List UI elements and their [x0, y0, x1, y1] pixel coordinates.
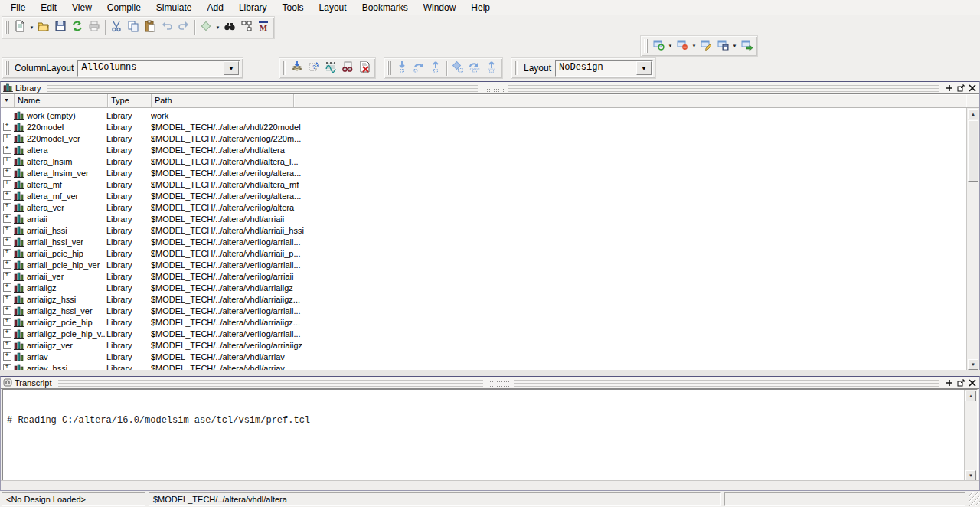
scroll-up-icon[interactable]: ▲	[968, 109, 978, 119]
simulate-button[interactable]	[322, 60, 339, 77]
table-row[interactable]: +arriaiigz_hssiLibrary$MODEL_TECH/../alt…	[1, 293, 979, 305]
remove-window-button[interactable]	[674, 38, 691, 54]
table-row[interactable]: +altera_mfLibrary$MODEL_TECH/../altera/v…	[1, 178, 979, 190]
table-row[interactable]: +arriaiigzLibrary$MODEL_TECH/../altera/v…	[1, 282, 979, 293]
expand-icon[interactable]: +	[3, 157, 11, 165]
menu-item-tools[interactable]: Tools	[275, 0, 312, 15]
continue-run-button[interactable]	[483, 60, 500, 77]
chevron-down-icon[interactable]: ▼	[224, 61, 239, 75]
print-button[interactable]	[86, 19, 103, 36]
menu-item-view[interactable]: View	[64, 0, 100, 15]
menu-item-compile[interactable]: Compile	[100, 0, 149, 15]
expand-icon[interactable]: +	[3, 341, 11, 349]
simulate-optimized-button[interactable]	[339, 60, 356, 77]
edit-layout-button[interactable]	[697, 38, 714, 54]
transcript-titlebar[interactable]: Transcript	[1, 377, 979, 389]
new-source-dropdown[interactable]: ▼	[28, 19, 35, 36]
expand-icon[interactable]: +	[3, 306, 11, 315]
layout-combobox[interactable]: NoDesign ▼	[555, 60, 653, 77]
table-row[interactable]: +arriaiigz_pcie_hip_v...Library$MODEL_TE…	[1, 328, 979, 339]
end-simulation-button[interactable]	[356, 60, 373, 77]
expand-icon[interactable]: +	[3, 249, 11, 257]
restore-layout-button[interactable]	[738, 38, 755, 54]
maximize-pane-button[interactable]	[944, 378, 954, 388]
save-layout-dropdown[interactable]: ▼	[731, 38, 738, 54]
expand-icon[interactable]: +	[3, 203, 11, 211]
library-vertical-scrollbar[interactable]: ▲ ▼	[966, 108, 979, 371]
paste-button[interactable]	[142, 19, 158, 36]
transcript-content[interactable]: # Reading C:/altera/16.0/modelsim_ase/tc…	[2, 389, 978, 482]
menu-item-edit[interactable]: Edit	[33, 0, 64, 15]
undo-button[interactable]	[158, 19, 175, 36]
open-button[interactable]	[35, 19, 52, 36]
table-row[interactable]: +220model_verLibrary$MODEL_TECH/../alter…	[1, 132, 979, 144]
restart-button[interactable]	[449, 60, 466, 77]
redo-button[interactable]	[175, 19, 192, 36]
step-into-button[interactable]	[394, 60, 410, 77]
table-row[interactable]: +arriaiigz_hssi_verLibrary$MODEL_TECH/..…	[1, 305, 979, 316]
scroll-up-icon[interactable]: ▲	[965, 391, 976, 401]
expand-icon[interactable]: +	[3, 237, 11, 246]
undock-pane-button[interactable]	[956, 378, 965, 388]
table-row[interactable]: +arriaiigz_pcie_hipLibrary$MODEL_TECH/..…	[1, 316, 979, 328]
expand-icon[interactable]: +	[3, 352, 11, 361]
compile-all-button[interactable]: ?	[305, 60, 322, 77]
toolbar-grip[interactable]	[5, 21, 9, 34]
expand-icon[interactable]: +	[3, 191, 11, 200]
table-row[interactable]: +arriaii_pcie_hipLibrary$MODEL_TECH/../a…	[1, 247, 979, 259]
expand-icon[interactable]: +	[3, 272, 11, 280]
table-row[interactable]: +arriaii_pcie_hip_verLibrary$MODEL_TECH/…	[1, 259, 979, 270]
save-layout-button[interactable]	[714, 38, 731, 54]
table-row[interactable]: +arriaii_hssi_verLibrary$MODEL_TECH/../a…	[1, 236, 979, 247]
menu-item-help[interactable]: Help	[463, 0, 498, 15]
menu-item-add[interactable]: Add	[200, 0, 231, 15]
table-row[interactable]: +arriaii_verLibrary$MODEL_TECH/../altera…	[1, 270, 979, 282]
find-button[interactable]	[221, 19, 238, 36]
table-row[interactable]: +altera_lnsimLibrary$MODEL_TECH/../alter…	[1, 155, 979, 167]
menu-item-file[interactable]: File	[3, 0, 33, 15]
toolbar-grip[interactable]	[387, 61, 391, 75]
compile-diamond-button[interactable]	[198, 19, 214, 36]
expand-icon[interactable]: +	[3, 123, 11, 131]
table-row[interactable]: +arriavLibrary$MODEL_TECH/../altera/vhdl…	[1, 351, 979, 362]
table-row[interactable]: work (empty)Librarywork	[1, 110, 979, 121]
menu-item-window[interactable]: Window	[416, 0, 464, 15]
zoom-windows-dropdown[interactable]: ▼	[667, 38, 674, 54]
step-out-button[interactable]	[427, 60, 444, 77]
chevron-down-icon[interactable]: ▼	[636, 61, 652, 75]
compile-diamond-dropdown[interactable]: ▼	[214, 19, 221, 36]
refresh-button[interactable]	[69, 19, 86, 36]
run-button[interactable]	[466, 60, 483, 77]
expand-icon[interactable]: +	[3, 283, 11, 292]
expand-icon[interactable]: +	[3, 134, 11, 142]
scrollbar-thumb[interactable]	[968, 120, 978, 182]
toolbar-grip[interactable]	[514, 61, 518, 75]
maximize-pane-button[interactable]	[944, 83, 954, 93]
resize-grip[interactable]	[969, 492, 980, 506]
toolbar-grip[interactable]	[644, 39, 648, 53]
panel-splitter[interactable]	[0, 370, 980, 376]
table-row[interactable]: +220modelLibrary$MODEL_TECH/../altera/vh…	[1, 121, 979, 132]
table-row[interactable]: +altera_verLibrary$MODEL_TECH/../altera/…	[1, 201, 979, 213]
close-pane-button[interactable]	[967, 378, 977, 388]
expand-icon[interactable]: +	[3, 318, 11, 326]
copy-button[interactable]	[125, 19, 142, 36]
modelsim-logo-button[interactable]: M	[255, 19, 272, 36]
expand-hierarchy-button[interactable]	[238, 19, 255, 36]
expand-icon[interactable]: +	[3, 180, 11, 188]
table-row[interactable]: +altera_lnsim_verLibrary$MODEL_TECH/../a…	[1, 167, 979, 178]
cut-button[interactable]	[108, 19, 125, 36]
scroll-down-icon[interactable]: ▼	[965, 470, 976, 481]
step-over-button[interactable]	[410, 60, 427, 77]
expand-icon[interactable]: +	[3, 295, 11, 303]
undock-pane-button[interactable]	[956, 83, 965, 93]
remove-window-dropdown[interactable]: ▼	[691, 38, 697, 54]
titlebar-drag-handle[interactable]	[484, 86, 504, 92]
compile-button[interactable]	[289, 60, 305, 77]
toolbar-grip[interactable]	[5, 61, 9, 75]
column-header-name[interactable]: Name	[15, 94, 108, 107]
table-row[interactable]: +arriaiigz_verLibrary$MODEL_TECH/../alte…	[1, 339, 979, 351]
table-row[interactable]: +arriaiiLibrary$MODEL_TECH/../altera/vhd…	[1, 213, 979, 224]
expand-icon[interactable]: +	[3, 214, 11, 223]
scroll-down-icon[interactable]: ▼	[968, 359, 978, 370]
